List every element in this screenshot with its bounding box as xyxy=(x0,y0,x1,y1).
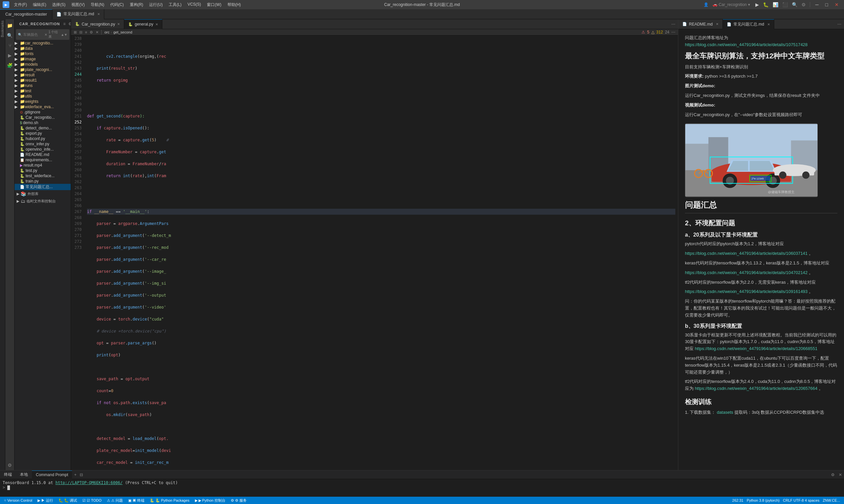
menu-vcs[interactable]: VCS(S) xyxy=(185,1,204,8)
settings-icon[interactable]: ⚙ xyxy=(68,21,71,27)
tree-folder-data[interactable]: ▶ 📁 data xyxy=(15,46,71,51)
debug-status-button[interactable]: 🐛 🐛 调试 xyxy=(57,498,78,503)
tensorboard-url[interactable]: http://LAPTOP-QM6EKI10:6006/ xyxy=(55,481,123,485)
tree-folder-weights[interactable]: ▶ 📁 weights xyxy=(15,99,71,104)
tree-folder-image[interactable]: ▶ 📁 image xyxy=(15,56,71,62)
code-content[interactable]: cv2.rectangle(orgimg,(rec print(result_s… xyxy=(84,36,678,470)
pytorch12-link[interactable]: https://blog.csdn.net/weixin_44791964/ar… xyxy=(685,251,808,256)
tree-file-faq[interactable]: 📄 常见问题汇总... xyxy=(15,184,71,190)
debug-button[interactable]: 🐛 xyxy=(762,2,770,7)
tree-folder-test[interactable]: ▶ 📁 test xyxy=(15,88,71,94)
tree-folder-fonts[interactable]: ▶ 📁 fonts xyxy=(15,51,71,56)
close-tab-icon[interactable]: ✕ xyxy=(97,12,100,16)
close-terminal-icon[interactable]: ✕ xyxy=(837,472,844,477)
todo-button[interactable]: ☑ ☑ TODO xyxy=(81,498,103,503)
faq-tab[interactable]: 📄 常见问题汇总.md ✕ xyxy=(723,19,774,29)
search-icon[interactable]: 🔍 xyxy=(791,2,799,7)
sidebar-files-icon[interactable]: 📁 xyxy=(6,21,14,30)
settings-icon[interactable]: ⚙ xyxy=(800,2,807,7)
toolbar-align-icon[interactable]: ≡ xyxy=(85,30,87,34)
tree-folder-car[interactable]: ▶ 📁 car_recognitio... xyxy=(15,40,71,46)
menu-refactor[interactable]: 重构(R) xyxy=(127,1,146,8)
version-control-button[interactable]: ⑂ Version Control xyxy=(3,498,34,502)
python-packages-button[interactable]: 🐍 🐍 Python Packages xyxy=(148,498,191,503)
menu-edit[interactable]: 编辑(E) xyxy=(30,1,49,8)
toolbar-close-icon[interactable]: ✕ xyxy=(95,30,99,35)
python-version[interactable]: Python 3.8 (pytorch) xyxy=(745,498,781,502)
tf240-link[interactable]: https://blog.csdn.net/weixin_44791964/ar… xyxy=(695,386,817,391)
editor-tab-general[interactable]: 🐍 general.py ✕ xyxy=(124,19,162,29)
terminal-settings-icon[interactable]: ⚙ xyxy=(829,472,837,477)
blog-url-link[interactable]: https://blog.csdn.net/weixin_44791964/ar… xyxy=(685,42,808,47)
tree-folder-result[interactable]: ▶ 📁 result xyxy=(15,72,71,78)
run-button[interactable]: ▶ ▶ 运行 xyxy=(36,498,54,503)
readme-tab[interactable]: 📄 README.md ✕ xyxy=(678,19,723,29)
close-readme-icon[interactable]: ✕ xyxy=(716,22,719,26)
toolbar-expand-icon[interactable]: ⊞ xyxy=(74,30,77,35)
tf220-link[interactable]: https://blog.csdn.net/weixin_44791964/ar… xyxy=(685,289,808,294)
sidebar-extensions-icon[interactable]: 🧩 xyxy=(6,61,14,70)
tree-file-readme[interactable]: 📄 README.md xyxy=(15,152,71,157)
editor-tab-car-recognition[interactable]: 🐍 Car_recognition.py ✕ xyxy=(71,19,124,29)
profile-button[interactable]: 📊 xyxy=(771,2,779,7)
maximize-button[interactable]: □ xyxy=(823,1,831,8)
close-button[interactable]: ✕ xyxy=(832,1,841,8)
tree-folder-widerface[interactable]: ▶ 📁 widerface_eva... xyxy=(15,104,71,109)
encoding-indicator[interactable]: CRLF UTF-8 4 spaces xyxy=(781,498,821,502)
tree-file-car-recognition[interactable]: 🐍 Car_recognitio... xyxy=(15,115,71,120)
toolbar-collapse-icon[interactable]: ⊟ xyxy=(80,30,82,35)
tree-file-result-mp4[interactable]: ▶ result.mp4 xyxy=(15,163,71,168)
clear-search-icon[interactable]: ✕ xyxy=(45,33,47,36)
split-terminal-button[interactable]: ⊟ xyxy=(78,472,84,477)
error-count[interactable]: ⚠ xyxy=(641,30,645,35)
breadcrumb-function[interactable]: get_second xyxy=(113,30,132,34)
more-tabs-icon[interactable]: ⋯ xyxy=(671,22,675,26)
tree-file-requirements[interactable]: 📋 requirements... xyxy=(15,157,71,163)
user-icon[interactable]: 👤 xyxy=(704,2,708,7)
terminal-tab-cmd[interactable]: Command Prompt xyxy=(32,470,72,479)
menu-file[interactable]: 文件(F) xyxy=(11,1,30,8)
tree-folder-runs[interactable]: ▶ 📁 runs xyxy=(15,83,71,88)
more-icon[interactable]: ⋯ xyxy=(671,30,675,35)
tree-file-onnx[interactable]: 🐍 onnx_infer.py xyxy=(15,141,71,147)
tree-file-openvino[interactable]: 🐍 openvino_infe... xyxy=(15,147,71,152)
tree-folder-result1[interactable]: ▶ 📁 result1 xyxy=(15,78,71,83)
tree-file-hubconf[interactable]: 🐍 hubconf.py xyxy=(15,136,71,141)
close-tab-icon[interactable]: ✕ xyxy=(155,22,158,26)
menu-code[interactable]: 代码(C) xyxy=(108,1,126,8)
project-tab-md[interactable]: 📄 常见问题汇总.md ✕ xyxy=(52,9,104,19)
section-external-libs[interactable]: ▶ 📚 外部库 xyxy=(15,190,71,197)
problems-button[interactable]: ⚠ ⚠ 问题 xyxy=(106,498,124,503)
keras213-link[interactable]: https://blog.csdn.net/weixin_44791964/ar… xyxy=(685,270,808,275)
menu-nav[interactable]: 导航(N) xyxy=(88,1,107,8)
tree-file-gitignore[interactable]: ⊙ .gitignore xyxy=(15,109,71,115)
collapse-all-icon[interactable]: ≡ xyxy=(63,21,66,27)
menu-select[interactable]: 选择(S) xyxy=(50,1,68,8)
project-selector[interactable]: 🚗 Car_recognition ▾ xyxy=(710,2,752,7)
minimize-button[interactable]: ─ xyxy=(813,1,822,8)
toolbar-settings-icon[interactable]: ⚙ xyxy=(90,30,93,35)
python-console-button[interactable]: ▶ ▶ Python 控制台 xyxy=(194,498,227,503)
tree-file-test-widerface[interactable]: 🐍 test_widerface... xyxy=(15,173,71,179)
tree-file-detect-demo[interactable]: 🐍 detect_demo... xyxy=(15,125,71,131)
more-tabs-button[interactable]: ⋯ xyxy=(835,22,844,26)
sidebar-settings-icon[interactable]: ⚙ xyxy=(6,461,14,469)
menu-view[interactable]: 视图(V) xyxy=(69,1,87,8)
tree-file-test[interactable]: 🐍 test.py xyxy=(15,168,71,173)
sidebar-run-icon[interactable]: ▶ xyxy=(6,51,14,60)
menu-tools[interactable]: 工具(L) xyxy=(166,1,184,8)
search-input[interactable] xyxy=(23,33,43,36)
terminal-tab-local[interactable]: 本地 xyxy=(16,470,32,479)
section-temp-files[interactable]: ▶ 🗂 临时文件和控制台 xyxy=(15,197,71,205)
tree-file-demo-sh[interactable]: $ demo.sh xyxy=(15,120,71,125)
tree-file-export[interactable]: 🐍 export.py xyxy=(15,131,71,136)
warning-count[interactable]: △ xyxy=(651,30,654,35)
menu-help[interactable]: 帮助(H) xyxy=(225,1,244,8)
close-faq-icon[interactable]: ✕ xyxy=(767,22,770,26)
menu-run[interactable]: 运行(U) xyxy=(146,1,165,8)
project-tab-main[interactable]: Car_recognition-master xyxy=(0,9,52,19)
tree-folder-models[interactable]: ▶ 📁 models xyxy=(15,62,71,67)
breadcrumb-file[interactable]: orc xyxy=(104,30,109,34)
terminal-tab-end[interactable]: 终端 xyxy=(0,470,16,479)
terminal-content[interactable]: TensorBoard 1.15.0 at http://LAPTOP-QM6E… xyxy=(0,479,844,497)
